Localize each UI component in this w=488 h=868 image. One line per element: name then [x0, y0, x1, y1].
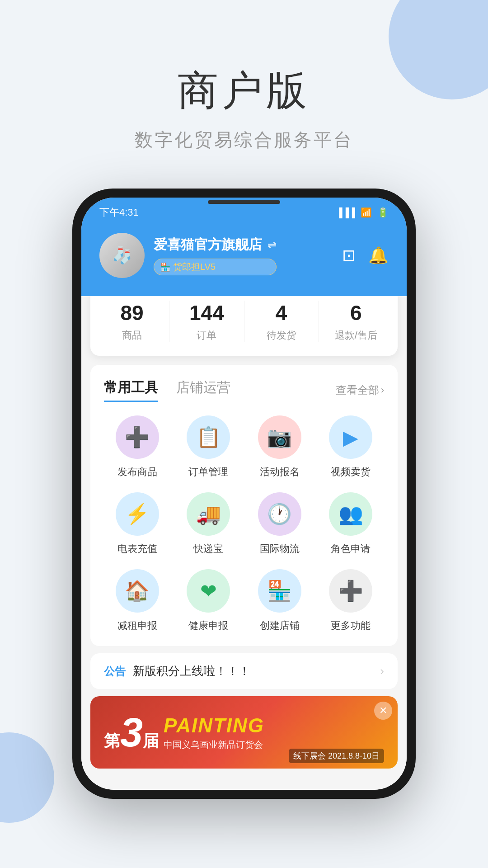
badge-label: 货郎担LV5: [173, 261, 216, 273]
banner-prefix: 第: [104, 730, 120, 752]
phone-screen: 下午4:31 ▐▐▐ 📶 🔋 🧦 爱喜猫官方旗舰店 ⇌: [81, 198, 407, 790]
tool-rent-reduction[interactable]: 🏠 减租申报: [104, 569, 171, 632]
stat-goods-number: 89: [99, 301, 164, 325]
view-all-arrow-icon: ›: [381, 384, 384, 396]
stat-divider-3: [319, 301, 319, 342]
tools-section: 常用工具 店铺运营 查看全部 › ➕ 发布商品: [90, 365, 398, 646]
stat-orders[interactable]: 144 订单: [174, 301, 239, 342]
tool-order-management[interactable]: 📋 订单管理: [175, 415, 242, 479]
app-subtitle: 数字化贸易综合服务平台: [0, 127, 488, 152]
tool-video-selling[interactable]: ▶ 视频卖货: [318, 415, 385, 479]
banner-date: 线下展会 2021.8.8-10日: [289, 749, 384, 763]
level-badge: 🏪 货郎担LV5: [154, 259, 277, 275]
profile-left: 🧦 爱喜猫官方旗舰店 ⇌ 🏪 货郎担LV5: [99, 233, 277, 278]
stat-goods[interactable]: 89 商品: [99, 301, 164, 342]
international-logistics-icon: 🕐: [258, 492, 301, 536]
header-actions: ⊡ 🔔: [342, 246, 389, 265]
express-treasure-label: 快递宝: [193, 542, 223, 556]
app-top-bar: 🧦 爱喜猫官方旗舰店 ⇌ 🏪 货郎担LV5: [81, 224, 407, 296]
role-application-label: 角色申请: [331, 542, 371, 556]
video-selling-label: 视频卖货: [331, 465, 371, 479]
stat-refund[interactable]: 6 退款/售后: [324, 301, 389, 342]
phone-notch: [208, 200, 280, 204]
tab-common-tools[interactable]: 常用工具: [104, 378, 158, 402]
publish-product-label: 发布商品: [117, 465, 157, 479]
tool-more-features[interactable]: ➕ 更多功能: [318, 569, 385, 632]
stat-refund-number: 6: [324, 301, 389, 325]
signal-icon: ▐▐▐: [336, 208, 355, 218]
stat-goods-label: 商品: [99, 329, 164, 342]
switch-icon[interactable]: ⇌: [267, 239, 277, 251]
more-features-label: 更多功能: [331, 619, 371, 632]
tool-express-treasure[interactable]: 🚚 快递宝: [175, 492, 242, 556]
tool-grid: ➕ 发布商品 📋 订单管理 📷 活动报名 ▶: [104, 415, 384, 632]
banner-painting-label: PAINTING: [164, 714, 264, 737]
profile-row: 🧦 爱喜猫官方旗舰店 ⇌ 🏪 货郎担LV5: [99, 233, 389, 278]
store-name: 爱喜猫官方旗舰店: [154, 236, 262, 254]
tool-health-declaration[interactable]: ❤ 健康申报: [175, 569, 242, 632]
health-declaration-icon: ❤: [187, 569, 230, 613]
wifi-icon: 📶: [361, 207, 372, 218]
stat-pending[interactable]: 4 待发货: [249, 301, 314, 342]
status-icons: ▐▐▐ 📶 🔋: [336, 207, 389, 218]
tools-tabs: 常用工具 店铺运营: [104, 378, 230, 402]
role-application-icon: 👥: [329, 492, 372, 536]
order-management-icon: 📋: [187, 415, 230, 459]
stat-refund-label: 退款/售后: [324, 329, 389, 342]
activity-signup-icon: 📷: [258, 415, 301, 459]
banner-text-block: PAINTING 中国义乌画业新品订货会: [164, 714, 264, 751]
stats-card: 89 商品 144 订单 4 待发货 6: [90, 296, 398, 356]
banner-content: 第 3 届 PAINTING 中国义乌画业新品订货会: [90, 712, 398, 753]
electric-recharge-icon: ⚡: [116, 492, 159, 536]
scan-button[interactable]: ⊡: [342, 246, 356, 265]
tab-store-operations[interactable]: 店铺运营: [176, 378, 230, 402]
stat-orders-label: 订单: [174, 329, 239, 342]
order-management-label: 订单管理: [188, 465, 228, 479]
battery-icon: 🔋: [377, 207, 389, 218]
publish-product-icon: ➕: [116, 415, 159, 459]
stat-divider-2: [244, 301, 244, 342]
view-all-label: 查看全部: [336, 383, 379, 397]
announcement-arrow-icon: ›: [380, 664, 384, 678]
health-declaration-label: 健康申报: [188, 619, 228, 632]
banner-jie: 届: [143, 730, 159, 752]
express-treasure-icon: 🚚: [187, 492, 230, 536]
tool-electric-recharge[interactable]: ⚡ 电表充值: [104, 492, 171, 556]
rent-reduction-label: 减租申报: [117, 619, 157, 632]
phone-scroll: 89 商品 144 订单 4 待发货 6: [81, 296, 407, 790]
stat-divider-1: [169, 301, 169, 342]
video-selling-icon: ▶: [329, 415, 372, 459]
banner-close-button[interactable]: ✕: [374, 702, 392, 720]
rent-reduction-icon: 🏠: [116, 569, 159, 613]
activity-signup-label: 活动报名: [260, 465, 300, 479]
international-logistics-label: 国际物流: [260, 542, 300, 556]
banner-number: 3: [120, 712, 143, 753]
status-time: 下午4:31: [99, 206, 139, 219]
badge-icon: 🏪: [160, 262, 170, 272]
create-store-icon: 🏪: [258, 569, 301, 613]
tool-publish-product[interactable]: ➕ 发布商品: [104, 415, 171, 479]
notification-button[interactable]: 🔔: [368, 246, 389, 265]
announcement-bar[interactable]: 公告 新版积分上线啦！！！ ›: [90, 653, 398, 689]
tool-international-logistics[interactable]: 🕐 国际物流: [246, 492, 313, 556]
announcement-tag: 公告: [104, 664, 126, 679]
store-name-row: 爱喜猫官方旗舰店 ⇌: [154, 236, 277, 254]
stat-pending-label: 待发货: [249, 329, 314, 342]
tool-activity-signup[interactable]: 📷 活动报名: [246, 415, 313, 479]
stat-orders-number: 144: [174, 301, 239, 325]
tools-tabs-row: 常用工具 店铺运营 查看全部 ›: [104, 378, 384, 402]
tool-create-store[interactable]: 🏪 创建店铺: [246, 569, 313, 632]
profile-info: 爱喜猫官方旗舰店 ⇌ 🏪 货郎担LV5: [154, 236, 277, 275]
avatar[interactable]: 🧦: [99, 233, 145, 278]
electric-recharge-label: 电表充值: [117, 542, 157, 556]
tool-role-application[interactable]: 👥 角色申请: [318, 492, 385, 556]
create-store-label: 创建店铺: [260, 619, 300, 632]
banner-subtitle: 中国义乌画业新品订货会: [164, 739, 264, 751]
phone-wrapper: 下午4:31 ▐▐▐ 📶 🔋 🧦 爱喜猫官方旗舰店 ⇌: [0, 179, 488, 799]
view-all-button[interactable]: 查看全部 ›: [336, 383, 384, 397]
announcement-text: 新版积分上线啦！！！: [133, 663, 373, 679]
stat-pending-number: 4: [249, 301, 314, 325]
more-features-icon: ➕: [329, 569, 372, 613]
close-icon: ✕: [379, 705, 387, 717]
promo-banner[interactable]: 第 3 届 PAINTING 中国义乌画业新品订货会 ✕ 线下展会 2021.8…: [90, 696, 398, 769]
